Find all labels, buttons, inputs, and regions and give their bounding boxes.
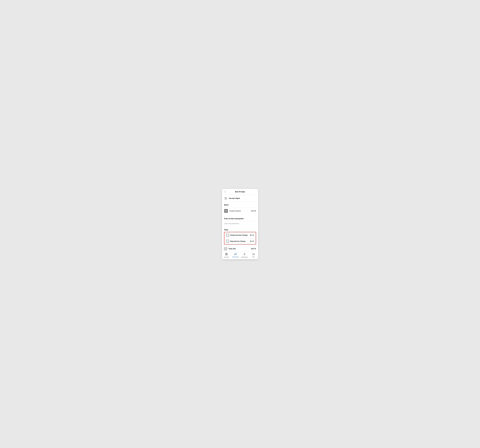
receipt-row[interactable]: Receipt #5geE (222, 195, 258, 202)
pickup-charge-icon: + (226, 234, 229, 237)
svg-rect-9 (225, 254, 226, 255)
svg-rect-7 (225, 253, 226, 254)
pickup-charge-row: + Pickup Service Charge $0.20 (224, 232, 256, 238)
phone-container: ← $10.70 Sale Receipt #5geE Items Cu Cus… (222, 189, 258, 259)
svg-rect-8 (226, 253, 227, 254)
item-row: Cu Custom Amount $10.00 (222, 207, 258, 214)
learn-more-link[interactable]: Learn more about fees (222, 221, 258, 226)
back-button[interactable]: ← (224, 191, 226, 193)
nav-item-transactions[interactable]: Transactions (231, 253, 240, 258)
total-sale-row: Total sale $10.70 (222, 246, 258, 252)
bag-charge-row: + Bag Service Charge $0.50 (224, 238, 256, 244)
notifications-icon (243, 253, 246, 256)
item-badge: Cu (224, 209, 228, 213)
nav-item-notifications[interactable]: Notifications (240, 253, 249, 258)
more-icon (252, 253, 255, 256)
more-label: More (252, 256, 255, 258)
total-sale-price: $10.70 (251, 248, 256, 250)
pickup-charge-name: Pickup Service Charge (230, 234, 249, 236)
pickup-charge-price: $0.20 (250, 234, 254, 236)
svg-point-12 (244, 253, 245, 253)
items-section-title: Items (224, 204, 256, 206)
total-sale-name: Total sale (229, 248, 250, 250)
checkout-icon (225, 253, 228, 256)
transactions-icon (234, 253, 237, 256)
notifications-label: Notifications (241, 256, 248, 258)
total-sale-icon (224, 247, 227, 250)
svg-rect-10 (226, 254, 227, 255)
fees-section: Fees on this transaction (222, 216, 258, 221)
total-section-title: Total (224, 229, 256, 231)
bag-charge-icon: + (226, 240, 229, 243)
page-title: $10.70 Sale (235, 191, 245, 193)
checkout-label: Checkout (224, 256, 229, 258)
item-price: $10.00 (251, 210, 256, 212)
receipt-label: Receipt #5geE (229, 197, 240, 199)
highlighted-charges: + Pickup Service Charge $0.20 + Bag Serv… (224, 232, 256, 245)
items-section: Items (222, 202, 258, 207)
nav-item-more[interactable]: More (249, 253, 258, 258)
receipt-icon (224, 197, 227, 200)
bottom-nav: Checkout Transactions (222, 252, 258, 259)
bag-charge-price: $0.50 (250, 240, 254, 242)
item-name: Custom Amount (229, 210, 250, 212)
nav-item-checkout[interactable]: Checkout (222, 253, 231, 258)
bag-charge-name: Bag Service Charge (230, 240, 249, 242)
transactions-label: Transactions (232, 256, 239, 258)
page-header: ← $10.70 Sale (222, 189, 258, 195)
total-section: Total (222, 227, 258, 231)
fees-section-title: Fees on this transaction (224, 218, 256, 220)
